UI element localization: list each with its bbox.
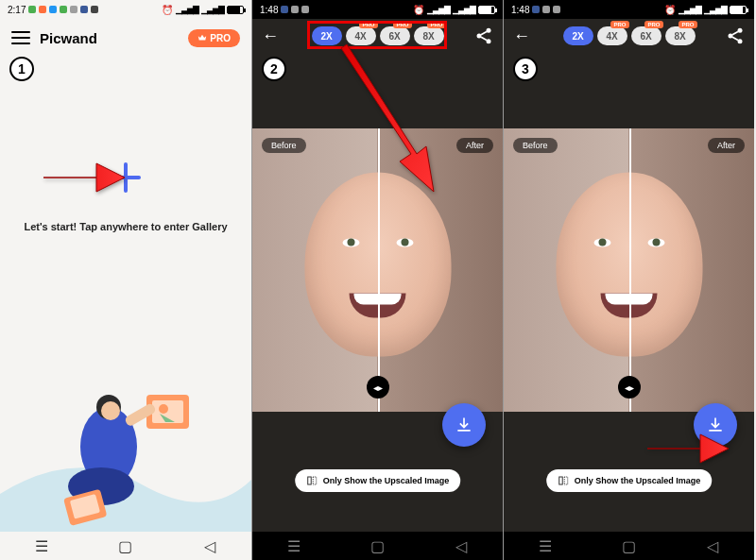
android-nav-bar: ☰ ▢ ◁ [0, 532, 251, 560]
notif-icon [291, 6, 299, 13]
zoom-8x[interactable]: 8XPRO [665, 26, 696, 45]
signal-icon: ▁▃▅▇ [176, 5, 198, 14]
recent-apps-icon[interactable]: ☰ [538, 538, 553, 553]
svg-point-15 [738, 28, 743, 33]
signal-icon: ▁▃▅▇ [679, 5, 701, 14]
back-icon[interactable]: ◁ [202, 538, 217, 553]
signal-icon: ▁▃▅▇ [427, 5, 450, 14]
svg-point-11 [477, 34, 482, 39]
back-arrow-icon[interactable]: ← [513, 26, 532, 46]
notif-icon [70, 6, 77, 13]
back-icon[interactable]: ◁ [705, 538, 720, 553]
status-bar: 2:17 ⏰ ▁▃▅▇ ▁▃▅▇ [0, 0, 251, 19]
zoom-options: 2X 4XPRO 6XPRO 8XPRO [563, 26, 696, 45]
divider-handle[interactable]: ◂▸ [618, 376, 641, 399]
svg-rect-18 [558, 477, 562, 484]
notif-icon [28, 6, 36, 13]
step-badge-3: 3 [513, 57, 538, 81]
before-label: Before [262, 138, 306, 153]
svg-point-10 [487, 28, 491, 33]
editor-top-bar: ← 2X 4XPRO 6XPRO 8XPRO [504, 19, 754, 53]
zoom-4x[interactable]: 4XPRO [597, 26, 627, 45]
after-label: After [456, 138, 493, 153]
status-time: 1:48 [260, 5, 278, 15]
recent-apps-icon[interactable]: ☰ [286, 538, 301, 553]
status-bar: 1:48 ⏰ ▁▃▅▇ ▁▃▅▇ [252, 0, 503, 19]
svg-point-5 [101, 401, 120, 420]
step-badge-1: 1 [9, 57, 34, 81]
signal-icon: ▁▃▅▇ [704, 5, 727, 14]
android-nav-bar: ☰ ▢ ◁ [504, 532, 754, 560]
android-nav-bar: ☰ ▢ ◁ [252, 532, 503, 560]
notif-icon [301, 6, 309, 13]
notif-icon [39, 6, 46, 13]
back-icon[interactable]: ◁ [454, 538, 469, 553]
svg-point-16 [729, 34, 733, 39]
home-icon[interactable]: ▢ [621, 538, 636, 553]
battery-icon [227, 6, 244, 14]
phone-screen-1: 2:17 ⏰ ▁▃▅▇ ▁▃▅▇ Picwand [0, 0, 251, 560]
battery-icon [478, 6, 495, 14]
gallery-tap-area[interactable]: Let's start! Tap anywhere to enter Galle… [0, 57, 251, 532]
notif-icon [80, 6, 88, 13]
share-icon[interactable] [474, 26, 493, 45]
notif-icon [553, 6, 560, 13]
welcome-illustration [0, 343, 251, 532]
back-arrow-icon[interactable]: ← [262, 26, 281, 46]
before-label: Before [513, 138, 558, 153]
battery-icon [730, 6, 747, 14]
status-bar: 1:48 ⏰ ▁▃▅▇ ▁▃▅▇ [504, 0, 754, 19]
notif-icon [281, 6, 288, 13]
only-show-upscaled-toggle[interactable]: Only Show the Upscaled Image [295, 469, 461, 492]
status-time: 2:17 [8, 5, 26, 15]
menu-icon[interactable] [11, 31, 30, 44]
zoom-2x[interactable]: 2X [563, 26, 593, 45]
svg-rect-19 [564, 477, 568, 484]
home-icon[interactable]: ▢ [369, 538, 385, 553]
divider-handle[interactable]: ◂▸ [367, 376, 389, 399]
screen-main[interactable]: Picwand PRO Let's start! Tap anywhere to… [0, 19, 251, 532]
phone-screen-3: 1:48 ⏰ ▁▃▅▇ ▁▃▅▇ ← 2X 4XPRO 6XPRO 8XPRO [503, 0, 754, 560]
after-label: After [708, 138, 745, 153]
svg-point-17 [738, 39, 743, 43]
alarm-icon: ⏰ [162, 5, 173, 15]
step-badge-2: 2 [262, 57, 286, 81]
signal-icon: ▁▃▅▇ [453, 5, 475, 14]
zoom-6x[interactable]: 6XPRO [631, 26, 662, 45]
phone-screen-2: 1:48 ⏰ ▁▃▅▇ ▁▃▅▇ ← 2X 4XPRO 6XPRO 8XPRO [251, 0, 503, 560]
svg-rect-13 [307, 477, 311, 484]
app-top-bar: Picwand PRO [0, 19, 251, 57]
svg-point-2 [159, 404, 168, 414]
svg-point-12 [487, 39, 491, 43]
signal-icon: ▁▃▅▇ [201, 5, 224, 14]
alarm-icon: ⏰ [413, 5, 424, 15]
notif-icon [49, 6, 57, 13]
notif-icon [91, 6, 98, 13]
alarm-icon: ⏰ [664, 5, 676, 15]
share-icon[interactable] [726, 26, 745, 45]
notif-icon [542, 6, 550, 13]
notif-icon [532, 6, 540, 13]
status-time: 1:48 [511, 5, 529, 15]
compare-icon [306, 475, 318, 486]
recent-apps-icon[interactable]: ☰ [34, 538, 49, 553]
compare-divider[interactable] [629, 128, 631, 412]
notif-icon [60, 6, 67, 13]
start-text: Let's start! Tap anywhere to enter Galle… [24, 221, 227, 232]
pro-badge[interactable]: PRO [188, 29, 240, 47]
download-button[interactable] [442, 403, 486, 447]
svg-rect-14 [313, 477, 317, 484]
app-title: Picwand [40, 30, 97, 46]
home-icon[interactable]: ▢ [118, 538, 133, 553]
compare-image[interactable]: Before After ◂▸ [504, 128, 754, 412]
compare-icon [558, 475, 569, 486]
crown-icon [198, 33, 207, 42]
